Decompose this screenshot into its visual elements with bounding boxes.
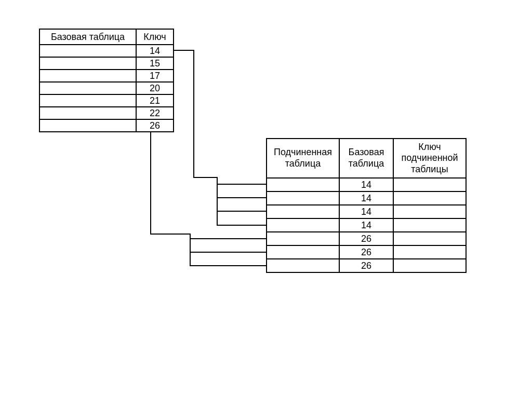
table-row: 26 bbox=[267, 245, 466, 259]
key-cell: 21 bbox=[136, 94, 174, 107]
fk-cell: 26 bbox=[339, 259, 393, 272]
table-row: 21 bbox=[39, 94, 174, 107]
key-cell: 17 bbox=[136, 70, 174, 82]
table-row: 14 bbox=[267, 178, 466, 191]
key-cell: 22 bbox=[136, 107, 174, 119]
sub-table-base-header: Базовая таблица bbox=[339, 139, 393, 178]
base-table-key-header: Ключ bbox=[136, 29, 174, 45]
base-table: Базовая таблица Ключ 14 15 17 20 21 22 2… bbox=[39, 29, 174, 132]
subordinate-table: Подчиненная таблица Базовая таблица Ключ… bbox=[266, 138, 467, 273]
table-header-row: Базовая таблица Ключ bbox=[39, 29, 174, 45]
sub-table-subkey-header: Ключ подчиненной таблицы bbox=[393, 139, 466, 178]
fk-cell: 26 bbox=[339, 245, 393, 259]
table-row: 22 bbox=[39, 107, 174, 119]
table-header-row: Подчиненная таблица Базовая таблица Ключ… bbox=[267, 139, 466, 178]
fk-cell: 26 bbox=[339, 232, 393, 245]
base-table-header: Базовая таблица bbox=[39, 29, 136, 45]
fk-cell: 14 bbox=[339, 191, 393, 205]
fk-cell: 14 bbox=[339, 218, 393, 232]
table-row: 14 bbox=[267, 218, 466, 232]
table-row: 26 bbox=[267, 232, 466, 245]
key-cell: 14 bbox=[136, 45, 174, 57]
fk-cell: 14 bbox=[339, 178, 393, 191]
key-cell: 26 bbox=[136, 119, 174, 132]
key-cell: 20 bbox=[136, 82, 174, 94]
table-row: 17 bbox=[39, 70, 174, 82]
sub-table-sub-header: Подчиненная таблица bbox=[267, 139, 339, 178]
table-row: 20 bbox=[39, 82, 174, 94]
table-row: 14 bbox=[267, 191, 466, 205]
table-row: 26 bbox=[39, 119, 174, 132]
table-row: 14 bbox=[267, 205, 466, 218]
table-row: 14 bbox=[39, 45, 174, 57]
table-row: 26 bbox=[267, 259, 466, 272]
fk-cell: 14 bbox=[339, 205, 393, 218]
key-cell: 15 bbox=[136, 57, 174, 70]
table-row: 15 bbox=[39, 57, 174, 70]
